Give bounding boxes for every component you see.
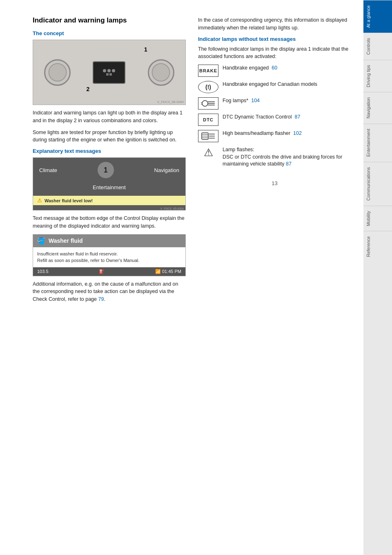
washer-time: 📶 01:45 PM xyxy=(155,269,181,274)
left-gauge xyxy=(44,59,71,86)
indicator-row-dtc: DTC DTC Dynamic Traction Control 87 xyxy=(198,114,351,126)
triangle-warning-icon: ⚠ xyxy=(198,146,218,159)
display-warning-bar: ⚠ Washer fluid level low! xyxy=(33,196,185,205)
sidebar-tab-at-a-glance[interactable]: At a glance xyxy=(363,0,392,33)
display-warning-text: Washer fluid level low! xyxy=(45,198,93,203)
brake-link[interactable]: 60 xyxy=(272,65,277,71)
dtc-desc-text: DTC Dynamic Traction Control xyxy=(223,114,292,120)
triangle-link[interactable]: 87 xyxy=(286,161,292,167)
washer-body-text2: Refill as soon as possible, refer to Own… xyxy=(37,257,181,264)
warning-triangle-icon: ⚠ xyxy=(37,197,42,204)
washer-fuel-icon: ⛽ xyxy=(99,269,105,274)
page-number: 13 xyxy=(198,180,351,186)
washer-title: Washer fluid xyxy=(49,237,83,244)
explanatory-text: Text message at the bottom edge of the C… xyxy=(33,215,186,230)
concept-text1: Indicator and warning lamps can light up… xyxy=(33,109,186,125)
right-column: In the case of corresponding urgency, th… xyxy=(198,16,351,307)
sidebar-tab-mobility[interactable]: Mobility xyxy=(363,206,392,231)
triangle-desc: Lamp flashes:DSC or DTC controls the dri… xyxy=(223,146,351,168)
headlamp-icon xyxy=(198,130,218,142)
fog-desc-text: Fog lamps* xyxy=(223,98,248,103)
dtc-link[interactable]: 87 xyxy=(294,114,300,120)
brake-icon: BRAKE xyxy=(198,65,218,77)
sidebar-tab-controls[interactable]: Controls xyxy=(363,33,392,60)
image-caption-1: V_FDCS_68-0084 xyxy=(157,100,184,104)
indicator-row-headlamp: High beams/headlamp flasher 102 xyxy=(198,130,351,142)
fog-link[interactable]: 104 xyxy=(251,98,260,103)
display-navigation-label: Navigation xyxy=(154,167,179,173)
left-column: Indicator and warning lamps The concept xyxy=(33,16,186,307)
washer-footer: 103.5 ⛽ 📶 01:45 PM xyxy=(33,267,185,276)
headlamp-desc-text: High beams/headlamp flasher xyxy=(223,130,290,136)
indicator-row-triangle: ⚠ Lamp flashes:DSC or DTC controls the d… xyxy=(198,146,351,168)
washer-icon: 🪣 xyxy=(37,237,45,245)
indicator-row-brake: BRAKE Handbrake engaged 60 xyxy=(198,65,351,77)
washer-header: 🪣 Washer fluid xyxy=(33,235,185,247)
urgency-text: In the case of corresponding urgency, th… xyxy=(198,16,351,32)
sidebar-tab-reference[interactable]: Reference xyxy=(363,231,392,262)
image-caption-2: V_FDCS_65-0304 xyxy=(33,207,185,210)
washer-fluid-box: 🪣 Washer fluid Insufficient washer fluid… xyxy=(33,234,186,276)
indicator-row-canadian: (!) Handbrake engaged for Canadian model… xyxy=(198,81,351,93)
dtc-icon: DTC xyxy=(198,114,218,126)
display-top-row: Climate 1 Navigation xyxy=(33,158,185,182)
indicator-table: BRAKE Handbrake engaged 60 (!) Handbrake… xyxy=(198,65,351,168)
fog-lamp-icon xyxy=(198,97,218,110)
right-gauge xyxy=(148,59,174,86)
washer-body: Insufficient washer fluid in fluid reser… xyxy=(33,247,185,267)
additional-text: Additional information, e.g. on the caus… xyxy=(33,280,186,303)
sidebar-tab-entertainment[interactable]: Entertainment xyxy=(363,123,392,161)
canadian-desc: Handbrake engaged for Canadian models xyxy=(223,81,317,88)
concept-heading: The concept xyxy=(33,30,186,36)
right-sidebar: At a glance Controls Driving tips Naviga… xyxy=(363,0,392,555)
washer-body-text1: Insufficient washer fluid in fluid reser… xyxy=(37,251,181,257)
dashboard-image: 1 2 V_FDCS_68-0084 xyxy=(33,40,186,105)
indicator-heading: Indicator lamps without text messages xyxy=(198,36,351,42)
concept-text2: Some lights are tested for proper functi… xyxy=(33,129,186,144)
sidebar-tab-navigation[interactable]: Navigation xyxy=(363,92,392,123)
two-column-layout: Indicator and warning lamps The concept xyxy=(33,16,351,307)
dashboard-label-2: 2 xyxy=(87,86,90,92)
sidebar-tab-driving-tips[interactable]: Driving tips xyxy=(363,60,392,92)
headlamp-link[interactable]: 102 xyxy=(293,130,302,136)
gauge-container xyxy=(33,40,185,105)
brake-desc: Handbrake engaged 60 xyxy=(223,65,277,72)
section-title: Indicator and warning lamps xyxy=(33,16,186,25)
main-content: Indicator and warning lamps The concept xyxy=(0,0,363,555)
indicator-row-fog: Fog lamps* 104 xyxy=(198,97,351,110)
brake-desc-text: Handbrake engaged xyxy=(223,65,269,71)
right-gauge-inner xyxy=(152,63,170,82)
triangle-desc-text: Lamp flashes:DSC or DTC controls the dri… xyxy=(223,147,342,167)
display-center-circle: 1 xyxy=(98,162,114,178)
explanatory-heading: Explanatory text messages xyxy=(33,148,186,154)
fog-desc: Fog lamps* 104 xyxy=(223,97,260,105)
headlamp-desc: High beams/headlamp flasher 102 xyxy=(223,130,302,137)
left-gauge-inner xyxy=(48,63,67,82)
dashboard-label-1: 1 xyxy=(144,46,147,53)
indicator-intro: The following indicator lamps in the dis… xyxy=(198,45,351,61)
washer-odometer: 103.5 xyxy=(37,269,49,274)
svg-point-0 xyxy=(202,101,208,106)
canadian-handbrake-icon: (!) xyxy=(198,81,218,93)
sidebar-tab-communications[interactable]: Communications xyxy=(363,162,392,206)
display-climate-label: Climate xyxy=(39,167,57,173)
control-display-image: Climate 1 Navigation Entertainment ⚠ Was… xyxy=(33,157,186,210)
display-entertainment-label: Entertainment xyxy=(93,184,126,190)
dtc-desc: DTC Dynamic Traction Control 87 xyxy=(223,114,300,121)
additional-link[interactable]: 79 xyxy=(98,296,104,302)
center-display xyxy=(93,61,125,84)
